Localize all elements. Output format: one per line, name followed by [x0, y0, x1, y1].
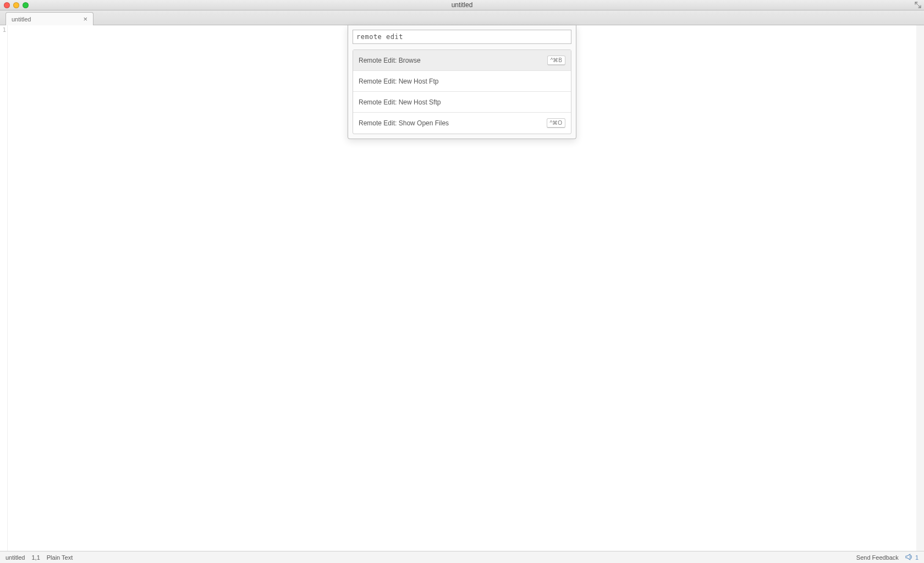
fullscreen-icon[interactable] — [914, 1, 922, 9]
window-controls — [0, 2, 29, 8]
megaphone-icon — [905, 554, 913, 561]
palette-item-new-host-ftp[interactable]: Remote Edit: New Host Ftp — [353, 71, 571, 92]
deprecation-cop-indicator[interactable]: 1 — [905, 554, 919, 561]
status-cursor-position[interactable]: 1,1 — [31, 554, 40, 561]
status-filename[interactable]: untitled — [6, 554, 25, 561]
palette-item-label: Remote Edit: Show Open Files — [359, 119, 449, 127]
zoom-window-button[interactable] — [23, 2, 29, 8]
palette-item-label: Remote Edit: New Host Sftp — [359, 98, 441, 106]
tab-untitled[interactable]: untitled × — [6, 12, 94, 25]
status-grammar[interactable]: Plain Text — [47, 554, 73, 561]
window-title: untitled — [0, 1, 924, 9]
title-bar: untitled — [0, 0, 924, 10]
line-number: 1 — [0, 26, 6, 34]
deprecation-count: 1 — [915, 554, 919, 561]
shortcut-badge: ^⌘B — [547, 56, 565, 65]
minimize-window-button[interactable] — [13, 2, 19, 8]
tab-label: untitled — [12, 16, 31, 23]
command-palette-list: Remote Edit: Browse ^⌘B Remote Edit: New… — [353, 49, 571, 134]
command-palette-input[interactable] — [353, 30, 571, 44]
close-window-button[interactable] — [4, 2, 10, 8]
tab-bar: untitled × — [0, 10, 924, 25]
vertical-scrollbar[interactable] — [916, 25, 924, 551]
palette-item-browse[interactable]: Remote Edit: Browse ^⌘B — [353, 50, 571, 71]
palette-item-label: Remote Edit: New Host Ftp — [359, 78, 438, 85]
editor-area: 1 Remote Edit: Browse ^⌘B Remote Edit: N… — [0, 25, 924, 551]
command-palette: Remote Edit: Browse ^⌘B Remote Edit: New… — [348, 25, 576, 139]
palette-item-label: Remote Edit: Browse — [359, 57, 421, 64]
close-tab-icon[interactable]: × — [83, 15, 87, 23]
palette-item-show-open-files[interactable]: Remote Edit: Show Open Files ^⌘O — [353, 113, 571, 134]
palette-item-new-host-sftp[interactable]: Remote Edit: New Host Sftp — [353, 92, 571, 113]
send-feedback-link[interactable]: Send Feedback — [856, 554, 899, 561]
app-window: untitled untitled × 1 Remote Edit: Brows… — [0, 0, 924, 563]
status-bar: untitled 1,1 Plain Text Send Feedback 1 — [0, 551, 924, 563]
line-gutter: 1 — [0, 25, 8, 551]
shortcut-badge: ^⌘O — [547, 118, 565, 128]
